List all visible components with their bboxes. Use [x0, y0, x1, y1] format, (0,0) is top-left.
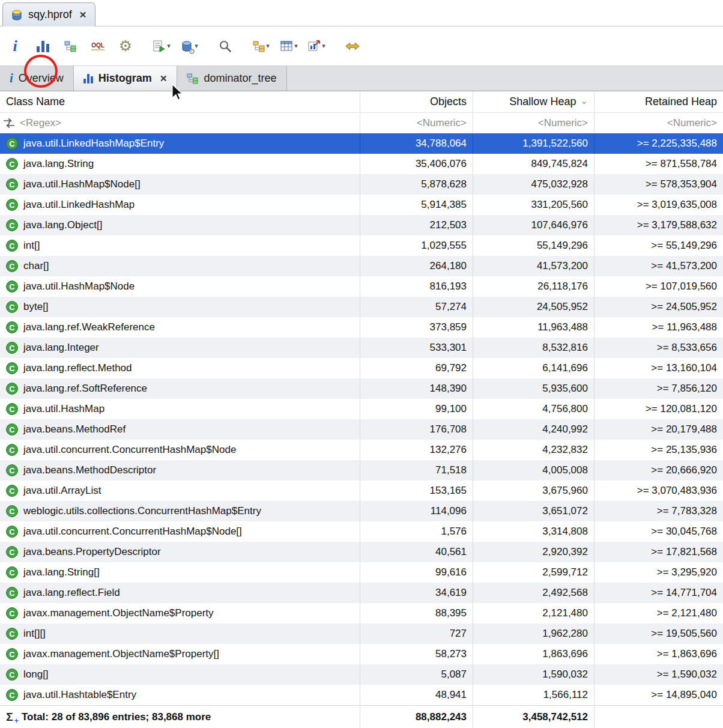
toolbar: i OQL ⚙ — [0, 26, 723, 66]
retained-cell: >= 7,856,120 — [594, 378, 723, 399]
table-columns-button[interactable]: ▾ — [277, 33, 300, 59]
class-name-cell-text: java.util.Hashtable$Entry — [23, 689, 136, 701]
objects-cell: 88,395 — [360, 603, 473, 623]
export-button[interactable]: ▾ — [305, 33, 328, 59]
table-row[interactable]: C java.util.LinkedHashMap$Entry 34,788,0… — [0, 133, 723, 154]
class-name-cell-text: java.lang.ref.SoftReference — [23, 383, 147, 395]
retained-cell: >= 7,783,328 — [594, 501, 723, 521]
table-row[interactable]: C int[] 1,029,555 55,149,296 >= 55,149,2… — [0, 235, 723, 256]
table-row[interactable]: C javax.management.ObjectName$Property[]… — [0, 644, 723, 664]
class-name-cell-text: long[] — [23, 669, 49, 681]
table-row[interactable]: C java.lang.ref.WeakReference 373,859 11… — [0, 317, 723, 338]
tab-overview[interactable]: i Overview — [0, 66, 74, 91]
column-header-label: Retained Heap — [645, 96, 717, 108]
tab-bar-empty-area — [287, 66, 723, 91]
table-row[interactable]: C java.util.ArrayList 153,165 3,675,960 … — [0, 481, 723, 501]
filter-retained-heap[interactable]: <Numeric> — [594, 113, 723, 133]
tab-dominator-tree[interactable]: dominator_tree — [177, 66, 286, 91]
table-row[interactable]: C java.lang.ref.SoftReference 148,390 5,… — [0, 378, 723, 399]
class-icon: C — [6, 240, 18, 252]
shallow-cell: 8,532,816 — [473, 338, 594, 358]
filter-shallow-heap[interactable]: <Numeric> — [473, 113, 594, 133]
shallow-cell: 1,863,696 — [473, 644, 594, 664]
editor-tab-title: sqy.hprof — [28, 8, 72, 21]
shallow-cell: 24,505,952 — [473, 297, 594, 317]
retained-cell: >= 3,070,483,936 — [594, 481, 723, 501]
class-name-cell-text: java.beans.PropertyDescriptor — [23, 546, 161, 558]
table-row[interactable]: C weblogic.utils.collections.ConcurrentH… — [0, 501, 723, 521]
column-header-class-name[interactable]: Class Name — [0, 91, 360, 112]
class-icon: C — [6, 260, 18, 272]
compare-button[interactable] — [341, 33, 364, 59]
group-by-button[interactable]: ▾ — [250, 33, 273, 59]
class-icon: C — [6, 628, 18, 640]
objects-cell: 533,301 — [360, 338, 473, 358]
table-row[interactable]: C java.util.Hashtable$Entry 48,941 1,566… — [0, 685, 723, 705]
shallow-cell: 2,920,392 — [473, 542, 594, 562]
table-row[interactable]: C java.util.concurrent.ConcurrentHashMap… — [0, 440, 723, 460]
class-icon: C — [6, 505, 18, 517]
table-row[interactable]: C char[] 264,180 41,573,200 >= 41,573,20… — [0, 256, 723, 276]
table-row[interactable]: C javax.management.ObjectName$Property 8… — [0, 603, 723, 623]
mat-window: sqy.hprof ✕ i — [0, 0, 723, 728]
tab-dominator-tree-label: dominator_tree — [204, 72, 276, 85]
objects-cell: 34,788,064 — [360, 133, 473, 154]
search-button[interactable] — [214, 33, 237, 59]
histogram-icon — [37, 40, 49, 52]
tab-histogram[interactable]: Histogram ✕ — [74, 66, 178, 91]
table-row[interactable]: C java.beans.PropertyDescriptor 40,561 2… — [0, 542, 723, 562]
editor-tab-sqy-hprof[interactable]: sqy.hprof ✕ — [2, 2, 95, 26]
run-expert-report-button[interactable]: ▾ — [150, 33, 173, 59]
oql-icon: OQL — [91, 42, 104, 50]
table-row[interactable]: C java.util.HashMap$Node 816,193 26,118,… — [0, 276, 723, 297]
table-row[interactable]: C java.lang.String 35,406,076 849,745,82… — [0, 154, 723, 174]
table-row[interactable]: C java.util.HashMap$Node[] 5,878,628 475… — [0, 174, 723, 195]
table-row[interactable]: C java.util.concurrent.ConcurrentHashMap… — [0, 521, 723, 542]
table-row[interactable]: C java.util.LinkedHashMap 5,914,385 331,… — [0, 195, 723, 215]
close-icon[interactable]: ✕ — [160, 73, 168, 84]
class-name-cell-text: java.util.LinkedHashMap — [23, 199, 135, 211]
shallow-cell: 4,756,800 — [473, 399, 594, 419]
close-icon[interactable]: ✕ — [79, 10, 87, 20]
retained-cell: >= 17,821,568 — [594, 542, 723, 562]
shallow-cell: 5,935,600 — [473, 378, 594, 399]
column-header-objects[interactable]: Objects — [360, 91, 473, 112]
dominator-tree-button[interactable] — [59, 33, 82, 59]
overview-button[interactable]: i — [4, 33, 26, 59]
query-browser-button[interactable]: ⚙ ▾ — [178, 33, 201, 59]
class-name-cell-text: java.beans.MethodRef — [23, 423, 126, 435]
objects-cell: 5,914,385 — [360, 195, 473, 215]
class-name-cell-text: java.util.HashMap — [23, 403, 104, 415]
heap-dump-icon — [10, 8, 23, 22]
table-row[interactable]: C java.lang.String[] 99,616 2,599,712 >=… — [0, 562, 723, 583]
table-row[interactable]: C java.lang.Object[] 212,503 107,646,976… — [0, 215, 723, 235]
table-row[interactable]: C java.lang.reflect.Field 34,619 2,492,5… — [0, 583, 723, 603]
numeric-filter-placeholder: <Numeric> — [667, 117, 717, 129]
table-row[interactable]: C long[] 5,087 1,590,032 >= 1,590,032 — [0, 664, 723, 685]
objects-cell: 148,390 — [360, 378, 473, 399]
objects-cell: 34,619 — [360, 583, 473, 603]
class-icon: C — [6, 648, 18, 660]
column-header-retained-heap[interactable]: Retained Heap — [594, 91, 723, 112]
class-name-cell-text: java.util.concurrent.ConcurrentHashMap$N… — [23, 444, 236, 456]
retained-cell: >= 2,225,335,488 — [594, 133, 723, 154]
class-name-cell-text: byte[] — [23, 301, 49, 313]
table-row[interactable]: C java.lang.reflect.Method 69,792 6,141,… — [0, 358, 723, 378]
table-row[interactable]: C java.util.HashMap 99,100 4,756,800 >= … — [0, 399, 723, 419]
table-row[interactable]: C byte[] 57,274 24,505,952 >= 24,505,952 — [0, 297, 723, 317]
filter-objects[interactable]: <Numeric> — [360, 113, 473, 133]
filter-class-name[interactable]: <Regex> — [0, 113, 360, 133]
class-name-cell-text: java.lang.String — [23, 158, 94, 170]
shallow-cell: 2,492,568 — [473, 583, 594, 603]
table-row[interactable]: C java.lang.Integer 533,301 8,532,816 >=… — [0, 338, 723, 358]
oql-button[interactable]: OQL — [86, 33, 109, 59]
class-icon: C — [6, 485, 18, 497]
histogram-button[interactable] — [31, 33, 54, 59]
table-row[interactable]: C java.beans.MethodDescriptor 71,518 4,0… — [0, 460, 723, 481]
table-row[interactable]: C java.beans.MethodRef 176,708 4,240,992… — [0, 419, 723, 440]
settings-button[interactable]: ⚙ — [114, 33, 137, 59]
shallow-cell: 1,566,112 — [473, 685, 594, 705]
retained-cell: >= 41,573,200 — [594, 256, 723, 276]
column-header-shallow-heap[interactable]: Shallow Heap ⌄ — [473, 91, 594, 112]
table-row[interactable]: C int[][] 727 1,962,280 >= 19,505,560 — [0, 623, 723, 644]
